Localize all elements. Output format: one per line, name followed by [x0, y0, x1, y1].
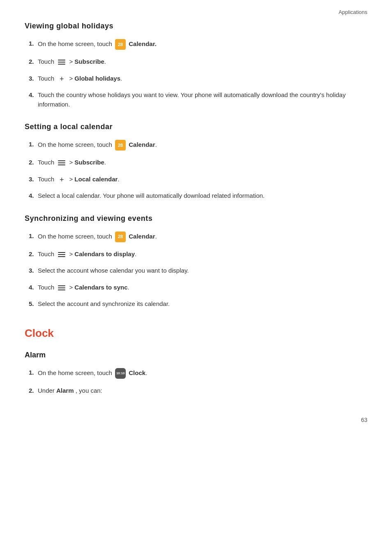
page-number: 63: [25, 416, 367, 424]
step-text-gt: >: [69, 75, 74, 82]
step-text-before: Touch: [38, 250, 54, 257]
step-item: 2. Touch > Calendars to display.: [25, 250, 367, 259]
step-text-period: .: [104, 58, 106, 65]
section-label: Applications: [339, 8, 367, 16]
step-text-bold: Local calendar: [74, 176, 118, 183]
step-number: 4.: [29, 283, 38, 292]
step-text-bold: Clock: [129, 369, 145, 376]
step-text-after: Calendar.: [129, 40, 157, 47]
step-text-before: Touch: [38, 58, 54, 65]
step-text-bold: Global holidays: [74, 75, 120, 82]
step-number: 1.: [29, 140, 38, 149]
step-item: 3. Touch + > Local calendar.: [25, 175, 367, 184]
step-item: 1. On the home screen, touch Calendar.: [25, 232, 367, 242]
step-text-bold: Calendar: [129, 232, 155, 239]
section-setting-local-calendar: Setting a local calendar 1. On the home …: [25, 121, 367, 201]
step-content: Touch > Subscribe.: [38, 158, 367, 167]
clock-app-icon: [115, 368, 126, 379]
section-title-viewing-global-holidays: Viewing global holidays: [25, 21, 367, 32]
step-number: 3.: [29, 266, 38, 276]
step-bold-word: Alarm: [56, 387, 74, 394]
step-number: 2.: [29, 57, 38, 67]
step-text-bold: Subscribe: [74, 159, 104, 166]
step-number: 2.: [29, 158, 38, 167]
step-content: Touch > Subscribe.: [38, 57, 367, 67]
calendar-icon: [115, 232, 126, 242]
step-text-before: Under: [38, 387, 55, 394]
step-content: Select the account and synchronize its c…: [38, 299, 367, 309]
step-content: Touch > Calendars to display.: [38, 250, 367, 259]
section-clock: Clock Alarm 1. On the home screen, touch…: [25, 325, 367, 396]
step-text-bold: Calendars to display: [74, 250, 135, 257]
step-item: 3. Select the account whose calendar you…: [25, 266, 367, 276]
step-content: Touch + > Local calendar.: [38, 175, 367, 184]
step-item: 4. Touch the country whose holidays you …: [25, 90, 367, 109]
step-item: 1. On the home screen, touch Clock.: [25, 368, 367, 379]
step-content: Touch the country whose holidays you wan…: [38, 90, 367, 109]
step-text-after: , you can:: [76, 387, 102, 394]
menu-icon: [57, 159, 66, 167]
step-item: 2. Under Alarm , you can:: [25, 386, 367, 396]
step-item: 4. Select a local calendar. Your phone w…: [25, 191, 367, 201]
step-item: 1. On the home screen, touch Calendar.: [25, 39, 367, 50]
step-number: 4.: [29, 90, 38, 100]
step-text-before: On the home screen, touch: [38, 369, 112, 376]
step-text-before: Touch: [38, 176, 54, 183]
step-content: Select a local calendar. Your phone will…: [38, 191, 367, 201]
plus-icon: +: [57, 75, 66, 83]
step-item: 4. Touch > Calendars to sync.: [25, 283, 367, 292]
step-number: 4.: [29, 191, 38, 201]
calendar-icon: [115, 140, 126, 151]
section-title-setting-local-calendar: Setting a local calendar: [25, 121, 367, 132]
steps-alarm: 1. On the home screen, touch Clock. 2. U…: [25, 368, 367, 396]
steps-viewing-global-holidays: 1. On the home screen, touch Calendar. 2…: [25, 39, 367, 109]
clock-title: Clock: [25, 325, 367, 341]
step-item: 5. Select the account and synchronize it…: [25, 299, 367, 309]
step-item: 1. On the home screen, touch Calendar.: [25, 140, 367, 151]
step-number: 1.: [29, 39, 38, 49]
step-item: 3. Touch + > Global holidays.: [25, 74, 367, 83]
step-number: 5.: [29, 299, 38, 309]
step-text-before: On the home screen, touch: [38, 232, 112, 239]
step-text-before: On the home screen, touch: [38, 40, 112, 47]
step-text-before: Touch: [38, 159, 54, 166]
alarm-title: Alarm: [25, 350, 367, 361]
steps-synchronizing-events: 1. On the home screen, touch Calendar. 2…: [25, 232, 367, 309]
step-number: 2.: [29, 386, 38, 396]
step-content: Touch + > Global holidays.: [38, 74, 367, 83]
step-text-bold: Calendar: [129, 141, 155, 148]
step-text-gt: >: [69, 58, 74, 65]
section-title-synchronizing-events: Synchronizing and viewing events: [25, 213, 367, 224]
page: Applications Viewing global holidays 1. …: [0, 0, 392, 441]
step-content: On the home screen, touch Clock.: [38, 368, 367, 379]
menu-icon: [57, 251, 66, 258]
plus-icon: +: [57, 176, 66, 183]
step-item: 2. Touch > Subscribe.: [25, 57, 367, 67]
step-number: 3.: [29, 175, 38, 184]
section-synchronizing-events: Synchronizing and viewing events 1. On t…: [25, 213, 367, 309]
step-content: Under Alarm , you can:: [38, 386, 367, 396]
step-content: On the home screen, touch Calendar.: [38, 232, 367, 242]
menu-icon: [57, 284, 66, 292]
step-content: On the home screen, touch Calendar.: [38, 140, 367, 151]
step-content: Touch > Calendars to sync.: [38, 283, 367, 292]
step-text-before: Touch: [38, 284, 54, 291]
step-item: 2. Touch > Subscribe.: [25, 158, 367, 167]
step-number: 1.: [29, 368, 38, 378]
step-number: 3.: [29, 74, 38, 83]
step-content: Select the account whose calendar you wa…: [38, 266, 367, 276]
section-viewing-global-holidays: Viewing global holidays 1. On the home s…: [25, 21, 367, 109]
steps-setting-local-calendar: 1. On the home screen, touch Calendar. 2…: [25, 140, 367, 201]
step-text-bold: Subscribe: [74, 58, 104, 65]
step-text-bold: Calendars to sync: [74, 284, 127, 291]
menu-icon: [57, 58, 66, 66]
step-number: 1.: [29, 232, 38, 241]
step-text-before: On the home screen, touch: [38, 141, 112, 148]
step-content: On the home screen, touch Calendar.: [38, 39, 367, 50]
calendar-icon: [115, 39, 126, 50]
step-number: 2.: [29, 250, 38, 259]
step-text-before: Touch: [38, 75, 54, 82]
